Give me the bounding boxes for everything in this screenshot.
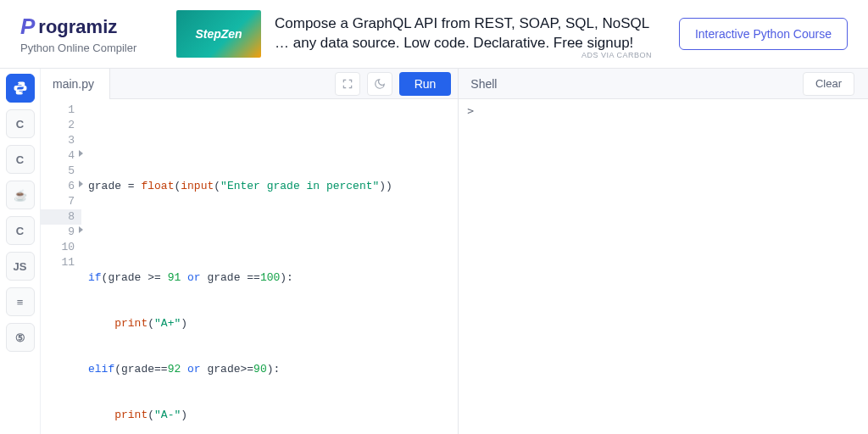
- shell-title: Shell: [459, 77, 509, 91]
- file-tab[interactable]: main.py: [41, 69, 110, 99]
- lang-html[interactable]: ⑤: [6, 323, 35, 352]
- ad-copy: Compose a GraphQL API from REST, SOAP, S…: [275, 14, 649, 53]
- editor-tabbar: main.py Run: [41, 69, 458, 99]
- theme-button[interactable]: [367, 72, 392, 96]
- code-line: print("A-"): [81, 408, 458, 423]
- editor-pane: main.py Run 1 2 3 4 5 6 7 8 9 10: [41, 69, 459, 434]
- lang-c[interactable]: C: [6, 109, 35, 138]
- code-editor[interactable]: 1 2 3 4 5 6 7 8 9 10 11 grade = float(in…: [41, 99, 458, 434]
- moon-icon: [374, 78, 386, 90]
- file-tab-label: main.py: [53, 77, 94, 91]
- lang-python[interactable]: [6, 74, 35, 103]
- lang-csharp[interactable]: C: [6, 216, 35, 245]
- fold-icon[interactable]: [79, 181, 83, 187]
- shell-output[interactable]: >: [459, 99, 868, 434]
- code-line: print("A+"): [81, 316, 458, 331]
- fullscreen-button[interactable]: [335, 72, 360, 96]
- line-number: 5: [41, 164, 81, 179]
- shell-tabbar: Shell Clear: [459, 69, 868, 99]
- course-button[interactable]: Interactive Python Course: [679, 18, 848, 50]
- brand-subtitle: Python Online Compiler: [20, 42, 156, 54]
- shell-prompt: >: [467, 104, 474, 117]
- ad-disclaimer: ADS VIA CARBON: [581, 51, 652, 59]
- ad-banner-text: StepZen: [195, 27, 242, 41]
- main: C C ☕ C JS ≡ ⑤ main.py Run 1 2 3: [0, 68, 868, 434]
- logo-mark: P: [20, 14, 35, 40]
- lang-js[interactable]: JS: [6, 252, 35, 281]
- fold-icon[interactable]: [79, 150, 83, 157]
- run-button[interactable]: Run: [399, 72, 452, 96]
- ad-line-1: Compose a GraphQL API from REST, SOAP, S…: [275, 14, 649, 34]
- logo[interactable]: Programiz: [20, 14, 156, 40]
- line-number: 7: [41, 194, 81, 209]
- python-icon: [13, 81, 28, 96]
- fold-icon[interactable]: [79, 226, 83, 233]
- code-line: [81, 133, 458, 148]
- line-number: 4: [41, 148, 81, 164]
- clear-button[interactable]: Clear: [803, 72, 854, 96]
- line-gutter: 1 2 3 4 5 6 7 8 9 10 11: [41, 99, 81, 434]
- code-line: grade = float(input("Enter grade in perc…: [81, 179, 458, 194]
- code-line: if(grade >= 91 or grade ==100):: [81, 270, 458, 286]
- language-rail: C C ☕ C JS ≡ ⑤: [0, 69, 41, 434]
- line-number: 10: [41, 240, 81, 255]
- lang-java[interactable]: ☕: [6, 181, 35, 209]
- line-number: 6: [41, 179, 81, 194]
- fullscreen-icon: [342, 78, 353, 90]
- brand: Programiz Python Online Compiler: [20, 14, 156, 54]
- code-line: [81, 225, 458, 240]
- line-number: 3: [41, 133, 81, 148]
- code-area[interactable]: grade = float(input("Enter grade in perc…: [81, 99, 458, 434]
- code-line: elif(grade==92 or grade>=90):: [81, 362, 458, 377]
- line-number: 9: [41, 225, 81, 240]
- line-number: 1: [41, 103, 81, 118]
- header: Programiz Python Online Compiler StepZen…: [0, 0, 868, 68]
- ad-slot[interactable]: StepZen Compose a GraphQL API from REST,…: [176, 10, 659, 58]
- logo-text: rogramiz: [38, 16, 117, 38]
- line-number: 11: [41, 255, 81, 270]
- lang-cpp[interactable]: C: [6, 145, 35, 174]
- ad-banner-image: StepZen: [176, 10, 261, 58]
- shell-pane: Shell Clear >: [459, 69, 868, 434]
- lang-sql[interactable]: ≡: [6, 287, 35, 316]
- line-number: 8: [41, 209, 81, 225]
- line-number: 2: [41, 118, 81, 133]
